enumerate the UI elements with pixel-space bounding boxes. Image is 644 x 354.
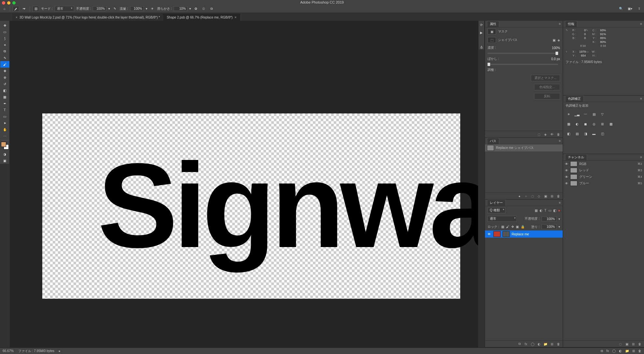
adjustments-tab[interactable]: 色調補正 <box>565 96 584 102</box>
delete-path-icon[interactable]: 🗑 <box>556 194 561 198</box>
screen-mode-toggle[interactable]: ▣ <box>0 157 9 164</box>
close-icon[interactable] <box>2 1 5 5</box>
foreground-color[interactable] <box>1 142 6 147</box>
selective-color-icon[interactable]: ◫ <box>599 131 605 137</box>
hand-tool[interactable]: ✋ <box>0 126 9 133</box>
channel-rgb[interactable]: 👁RGB⌘2 <box>563 161 644 167</box>
load-path-selection-icon[interactable]: ◌ <box>530 194 535 198</box>
color-swatches[interactable] <box>1 142 9 150</box>
new-channel-icon[interactable]: ⊞ <box>631 342 636 346</box>
healing-tool[interactable]: ✚ <box>0 68 9 74</box>
pen-tool[interactable]: ✒ <box>0 100 9 107</box>
fill-input[interactable]: 100% <box>542 224 557 229</box>
layer-filter-type[interactable]: Q 種類 <box>488 207 505 213</box>
filter-type-icon[interactable]: T <box>544 209 546 212</box>
make-workpath-icon[interactable]: ◇ <box>537 194 541 198</box>
history-brush-tool[interactable]: ↺ <box>0 81 9 87</box>
history-panel-icon[interactable]: ⟳ <box>479 22 484 27</box>
eyedropper-tool[interactable]: ✎ <box>0 55 9 61</box>
visibility-icon[interactable]: 👁 <box>565 182 568 185</box>
visibility-icon[interactable]: 👁 <box>565 162 568 166</box>
panel-menu-icon[interactable]: ≡ <box>559 139 561 143</box>
lasso-tool[interactable]: ⟆ <box>0 35 9 42</box>
flow-input[interactable]: 100% <box>130 6 144 11</box>
lock-all-icon[interactable]: 🔒 <box>521 225 525 229</box>
save-selection-icon[interactable]: ▣ <box>624 342 629 346</box>
color-range-button[interactable]: 色域指定... <box>534 84 560 90</box>
color-balance-icon[interactable]: ◐ <box>574 121 580 127</box>
threshold-icon[interactable]: ◨ <box>583 131 588 137</box>
hue-icon[interactable]: ▦ <box>566 121 571 127</box>
visibility-icon[interactable]: 👁 <box>565 175 568 179</box>
photo-filter-icon[interactable]: ◎ <box>591 121 597 127</box>
opacity-input[interactable]: 100% <box>93 6 106 11</box>
bw-icon[interactable]: ◼ <box>583 121 588 127</box>
apply-mask-icon[interactable]: ◈ <box>543 132 548 137</box>
smoothing-options-icon[interactable]: ✿ <box>193 6 199 12</box>
lock-artboard-icon[interactable]: ▣ <box>516 225 519 229</box>
tab-document-2[interactable]: Shape 2.psb @ 66.7% (Replace me, RGB/8*)… <box>164 14 240 21</box>
close-icon[interactable]: × <box>235 16 236 19</box>
gradient-map-icon[interactable]: ▬ <box>591 131 597 137</box>
panel-menu-icon[interactable]: ≡ <box>559 22 561 26</box>
panel-menu-icon[interactable]: ≡ <box>559 201 561 204</box>
airbrush-icon[interactable]: ✈ <box>149 6 155 12</box>
paths-tab[interactable]: パス <box>487 138 499 144</box>
trash-icon[interactable]: 🗑 <box>638 349 641 353</box>
density-value[interactable]: 100% <box>552 46 560 50</box>
vector-mask-icon[interactable]: ◈ <box>557 38 560 42</box>
quick-select-tool[interactable]: ✶ <box>0 42 9 48</box>
close-icon[interactable]: × <box>16 16 18 19</box>
panel-menu-icon[interactable]: ≡ <box>640 97 642 100</box>
layer-opacity-input[interactable]: 100% <box>542 216 557 221</box>
visibility-icon[interactable]: 👁 <box>487 232 491 236</box>
posterize-icon[interactable]: ▤ <box>574 131 580 137</box>
workspace-switcher-icon[interactable]: ▣▾ <box>627 6 633 12</box>
file-info[interactable]: ファイル : 7.95M/0 bytes <box>18 349 54 353</box>
filter-adjust-icon[interactable]: ◐ <box>540 209 543 212</box>
load-channel-icon[interactable]: ◌ <box>618 342 623 346</box>
layer-blend-mode[interactable]: 通常 <box>488 216 517 222</box>
actions-panel-icon[interactable]: ▶ <box>479 30 484 35</box>
curves-icon[interactable]: 〰 <box>583 111 588 117</box>
color-lookup-icon[interactable]: ▩ <box>608 121 614 127</box>
properties-tab[interactable]: 属性 <box>487 21 499 27</box>
adjust-icon[interactable]: ◐ <box>619 349 622 353</box>
mask-icon[interactable]: ◯ <box>612 349 616 353</box>
select-and-mask-button[interactable]: 選択とマスク... <box>531 75 560 81</box>
levels-icon[interactable]: ▁▃ <box>574 111 580 117</box>
vibrance-icon[interactable]: ▽ <box>599 111 605 117</box>
invert-icon[interactable]: ◧ <box>566 131 571 137</box>
blend-mode-dropdown[interactable]: 通常 <box>55 6 74 12</box>
layer-item[interactable]: 👁 Replace me <box>485 230 563 238</box>
marquee-tool[interactable]: ▭ <box>0 29 9 35</box>
lock-paint-icon[interactable]: 🖌 <box>506 225 509 229</box>
feather-value[interactable]: 0.0 px <box>551 57 560 61</box>
brush-preset-picker[interactable] <box>13 6 19 12</box>
brush-tool[interactable]: 🖌 <box>0 61 9 68</box>
feather-slider[interactable] <box>488 64 558 65</box>
visibility-icon[interactable]: 👁 <box>565 169 568 172</box>
add-mask-icon[interactable]: ◯ <box>530 342 535 346</box>
gradient-tool[interactable]: ▦ <box>0 94 9 100</box>
new-icon[interactable]: ⊞ <box>632 349 635 353</box>
new-adjustment-icon[interactable]: ◐ <box>537 342 541 346</box>
delete-channel-icon[interactable]: 🗑 <box>637 342 642 346</box>
fill-path-icon[interactable]: ● <box>517 194 522 198</box>
more-tools[interactable]: ⋯ <box>0 133 9 139</box>
delete-mask-icon[interactable]: 🗑 <box>556 132 561 137</box>
pressure-opacity-icon[interactable]: ✎ <box>112 6 118 12</box>
fx-icon[interactable]: fx <box>606 349 609 353</box>
load-selection-icon[interactable]: ◌ <box>537 132 541 137</box>
new-group-icon[interactable]: 📁 <box>543 342 548 346</box>
channel-green[interactable]: 👁グリーン⌘4 <box>563 174 644 180</box>
layer-thumb[interactable] <box>493 231 501 237</box>
tab-document-1[interactable]: × 3D Wall Logo MockUp 2.psd @ 71% (Your … <box>12 14 164 21</box>
lock-transparent-icon[interactable]: ▦ <box>501 225 504 229</box>
path-item[interactable]: Replace me シェイプパス <box>485 144 563 151</box>
share-icon[interactable]: ⇪ <box>636 6 642 12</box>
search-icon[interactable]: 🔍 <box>618 6 624 12</box>
brush-size-picker[interactable]: •▾ <box>21 6 27 12</box>
smoothing-input[interactable]: 10% <box>174 6 187 11</box>
pressure-size-icon[interactable]: ⦾ <box>201 6 207 12</box>
